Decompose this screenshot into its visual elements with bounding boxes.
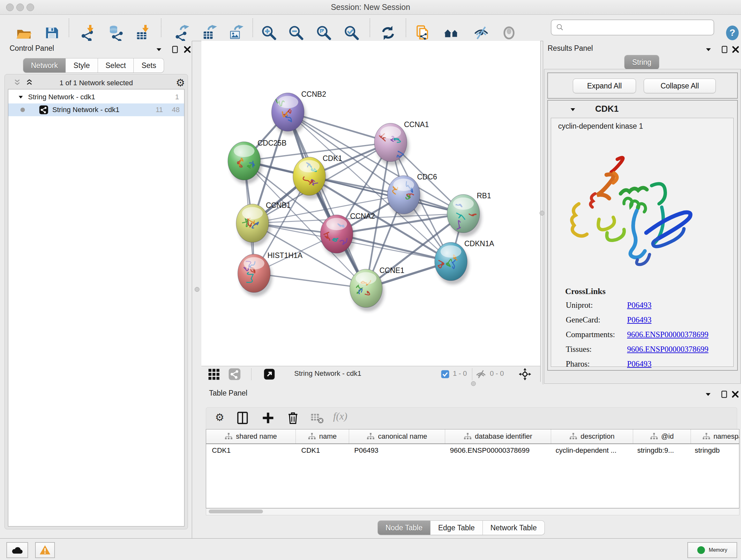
export-network-button[interactable] (174, 24, 191, 42)
panel-float-icon[interactable] (720, 389, 729, 399)
panel-menu-icon[interactable] (703, 389, 713, 399)
memory-button[interactable]: Memory (687, 542, 737, 558)
crosslink-link[interactable]: 9606.ENSP00000378699 (627, 330, 709, 339)
node-CCNA1[interactable]: CCNA1 (374, 120, 429, 165)
search-input[interactable] (565, 21, 714, 34)
node-gloss (326, 218, 347, 230)
panel-float-icon[interactable] (720, 45, 730, 54)
open-in-window-icon[interactable] (263, 368, 276, 381)
tab-string[interactable]: String (624, 55, 659, 70)
column-header-shared-name[interactable]: shared name (206, 429, 296, 443)
panel-close-icon[interactable] (731, 45, 740, 54)
column-header-description[interactable]: description (551, 429, 633, 443)
panel-menu-icon[interactable] (154, 45, 164, 54)
table-row[interactable]: CDK1CDK1P064939606.ENSP00000378699cyclin… (206, 444, 739, 457)
network-canvas[interactable]: CCNB2CCNA1CDC25BCDK1CDC6RB1CCNB1CCNA2CDK… (201, 41, 540, 366)
function-builder-fx-icon[interactable]: f(x) (333, 410, 347, 422)
open-session-button[interactable] (15, 24, 32, 42)
edge-CCNB2-CCNE1[interactable] (288, 112, 366, 288)
column-header-@id[interactable]: @id (633, 429, 691, 443)
node-CCNB2[interactable]: CCNB2 (272, 90, 326, 135)
network-collection-row[interactable]: String Network - cdk1 1 (8, 91, 184, 104)
import-network-from-file-button[interactable] (79, 24, 96, 42)
show-all-button[interactable] (500, 24, 518, 42)
expand-all-button[interactable]: Expand All (573, 78, 636, 93)
tab-style[interactable]: Style (66, 58, 98, 73)
delete-table-icon[interactable] (310, 411, 324, 425)
network-type-icon[interactable] (228, 368, 241, 381)
node-CDC6[interactable]: CDC6 (387, 173, 437, 218)
network-options-gear-icon[interactable]: ⚙ (176, 78, 185, 88)
panel-close-icon[interactable] (731, 389, 740, 399)
panel-close-icon[interactable] (183, 45, 192, 54)
table-horizontal-scrollbar[interactable] (206, 508, 739, 515)
import-table-from-file-button[interactable] (134, 24, 151, 42)
table-options-gear-icon[interactable]: ⚙ (215, 412, 224, 422)
table-cell[interactable]: P06493 (348, 444, 444, 457)
table-cell[interactable]: 9606.ENSP00000378699 (444, 444, 550, 457)
node-CCNE1[interactable]: CCNE1 (350, 266, 404, 311)
birdseye-grid-icon[interactable] (207, 368, 220, 381)
import-network-from-database-button[interactable] (107, 24, 124, 42)
tab-select[interactable]: Select (98, 58, 134, 73)
crosslink-link[interactable]: P06493 (627, 360, 651, 368)
node-CDKN1A[interactable]: CDKN1A (434, 240, 494, 285)
network-row-label: String Network - cdk1 (52, 106, 119, 114)
help-icon: ? (724, 25, 740, 41)
tab-edge-table[interactable]: Edge Table (430, 520, 483, 535)
export-image-icon (229, 25, 245, 41)
table-cell[interactable]: CDK1 (206, 444, 295, 457)
node-RB1[interactable]: RB1 (447, 192, 491, 237)
column-header-namespace[interactable]: namespace (691, 429, 739, 443)
string-home-button[interactable] (443, 24, 460, 42)
column-header-database-identifier[interactable]: database identifier (445, 429, 551, 443)
export-table-button[interactable] (202, 24, 219, 42)
table-cell[interactable]: cyclin-dependent ... (550, 444, 631, 457)
collapse-all-button[interactable]: Collapse All (644, 78, 716, 93)
cloud-status-button[interactable] (6, 542, 28, 558)
network-row-selected[interactable]: String Network - cdk1 11 48 (8, 104, 184, 116)
hide-selected-button[interactable] (473, 24, 490, 42)
tab-sets[interactable]: Sets (134, 58, 164, 73)
collection-expander-icon[interactable] (17, 94, 24, 101)
warnings-button[interactable] (35, 542, 55, 558)
search-box[interactable] (551, 19, 714, 36)
update-network-button[interactable] (380, 24, 397, 42)
zoom-in-button[interactable] (260, 24, 278, 42)
zoom-fit-content-button[interactable] (315, 24, 333, 42)
show-columns-icon[interactable] (235, 411, 250, 425)
column-header-name[interactable]: name (296, 429, 349, 443)
right-splitter-handle[interactable] (540, 211, 544, 215)
string-import-button[interactable] (415, 24, 432, 42)
table-cell[interactable]: CDK1 (295, 444, 348, 457)
table-cell[interactable]: stringdb (689, 444, 739, 457)
cdk1-section-header[interactable]: CDK1 (548, 101, 737, 118)
node-HIST1H1A[interactable]: HIST1H1A (238, 251, 303, 296)
table-cell[interactable]: stringdb:9... (631, 444, 689, 457)
crosslink-link[interactable]: P06493 (627, 301, 651, 310)
selected-checkbox-icon[interactable] (441, 369, 450, 379)
column-header-canonical-name[interactable]: canonical name (349, 429, 445, 443)
fit-selected-crosshair-icon[interactable] (519, 368, 531, 381)
network-view[interactable]: CCNB2CCNA1CDC25BCDK1CDC6RB1CCNB1CCNA2CDK… (201, 41, 541, 382)
crosslink-link[interactable]: 9606.ENSP00000378699 (627, 345, 709, 354)
bottom-splitter-handle[interactable] (471, 381, 476, 386)
tab-network-table[interactable]: Network Table (483, 520, 545, 535)
section-collapse-icon[interactable] (569, 106, 577, 113)
delete-column-trash-icon[interactable] (286, 411, 300, 425)
zoom-out-button[interactable] (287, 24, 305, 42)
crosslink-link[interactable]: P06493 (627, 315, 651, 324)
scrollbar-thumb[interactable] (209, 509, 263, 513)
export-image-button[interactable] (228, 24, 246, 42)
create-column-plus-icon[interactable] (261, 411, 275, 425)
help-button[interactable]: ? (724, 24, 741, 42)
node-table[interactable]: shared namenamecanonical namedatabase id… (206, 429, 739, 508)
tab-node-table[interactable]: Node Table (378, 520, 430, 535)
panel-float-icon[interactable] (171, 45, 180, 54)
save-session-button[interactable] (44, 24, 61, 42)
zoom-selected-button[interactable] (343, 24, 360, 42)
left-splitter-handle[interactable] (195, 287, 199, 292)
panel-menu-icon[interactable] (704, 45, 713, 54)
tab-network[interactable]: Network (23, 58, 66, 73)
hidden-eye-slash-icon[interactable] (475, 368, 487, 380)
